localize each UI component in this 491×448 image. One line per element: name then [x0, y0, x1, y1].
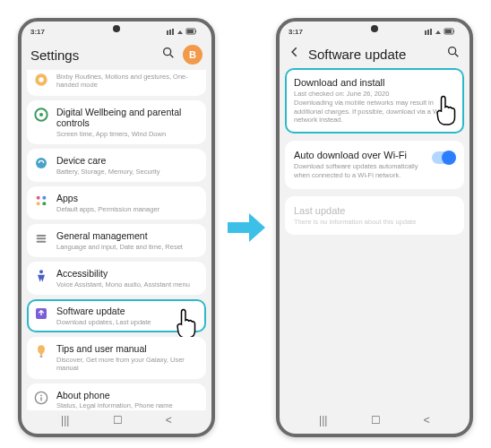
settings-item-accessibility[interactable]: AccessibilityVoice Assistant, Mono audio… — [27, 262, 206, 295]
page-title: Settings — [30, 47, 161, 63]
item-title: Last update — [294, 205, 455, 216]
svg-line-7 — [170, 55, 173, 57]
nav-back[interactable]: < — [166, 414, 172, 426]
svg-point-15 — [37, 202, 40, 206]
svg-rect-31 — [453, 30, 454, 32]
software-update-icon — [34, 306, 48, 321]
svg-point-16 — [42, 202, 46, 206]
settings-item-software-update[interactable]: Software updateDownload updates, Last up… — [27, 299, 206, 332]
item-sub: Discover, Get more from your Galaxy, Use… — [56, 356, 199, 373]
item-sub: Default apps, Permission manager — [56, 205, 199, 213]
svg-point-13 — [37, 196, 40, 200]
last-update-item: Last update There is no information abou… — [285, 196, 464, 236]
svg-rect-2 — [172, 29, 174, 35]
svg-rect-27 — [427, 30, 429, 35]
search-icon[interactable] — [161, 46, 176, 64]
item-sub: Battery, Storage, Memory, Security — [56, 168, 199, 176]
wellbeing-icon — [34, 108, 48, 122]
svg-rect-28 — [430, 29, 432, 35]
status-time: 3:17 — [289, 28, 303, 36]
settings-item-bixby[interactable]: Bixby Routines, Motions and gestures, On… — [27, 70, 206, 96]
svg-rect-18 — [37, 238, 47, 240]
item-title: Accessibility — [56, 268, 199, 280]
nav-recent[interactable]: ||| — [61, 414, 69, 426]
status-icons — [425, 28, 461, 36]
svg-point-24 — [40, 394, 42, 396]
svg-point-20 — [39, 271, 43, 274]
svg-rect-5 — [195, 30, 196, 32]
svg-rect-17 — [37, 235, 47, 237]
about-icon — [34, 391, 48, 405]
settings-item-device-care[interactable]: Device careBattery, Storage, Memory, Sec… — [27, 149, 206, 182]
header: Settings B — [22, 39, 211, 70]
item-sub: Download software updates automatically … — [294, 162, 455, 180]
item-sub: Last checked on: June 26, 2020 Downloadi… — [294, 90, 455, 125]
item-title: About phone — [56, 390, 199, 401]
svg-rect-25 — [40, 397, 41, 401]
device-care-icon — [34, 156, 48, 170]
item-sub: Voice Assistant, Mono audio, Assistant m… — [56, 280, 199, 289]
header: Software update — [280, 39, 469, 68]
transition-arrow-icon — [224, 206, 267, 249]
svg-rect-1 — [169, 30, 171, 35]
svg-point-32 — [449, 47, 456, 55]
search-icon[interactable] — [446, 45, 461, 63]
item-title: Auto download over Wi-Fi — [294, 150, 455, 160]
svg-rect-4 — [187, 30, 194, 33]
item-sub: Language and input, Date and time, Reset — [56, 243, 199, 251]
settings-item-apps[interactable]: AppsDefault apps, Permission manager — [27, 186, 206, 220]
settings-item-wellbeing[interactable]: Digital Wellbeing and parental controlsS… — [27, 100, 206, 145]
bixby-icon — [34, 73, 48, 87]
item-sub: Download updates, Last update — [56, 318, 199, 326]
item-sub: Bixby Routines, Motions and gestures, On… — [56, 73, 199, 90]
item-title: Software update — [56, 306, 199, 317]
svg-rect-0 — [167, 30, 168, 35]
phone-settings: 3:17 Settings B Bixby Routines, Motions … — [18, 18, 215, 437]
status-icons — [167, 28, 202, 36]
download-install-item[interactable]: Download and install Last checked on: Ju… — [285, 68, 464, 134]
svg-rect-19 — [37, 241, 47, 243]
avatar[interactable]: B — [183, 45, 202, 65]
nav-recent[interactable]: ||| — [319, 414, 327, 426]
svg-point-6 — [164, 48, 171, 56]
settings-item-about[interactable]: About phoneStatus, Legal information, Ph… — [27, 383, 206, 411]
item-title: Apps — [56, 193, 199, 204]
settings-item-tips[interactable]: Tips and user manualDiscover, Get more f… — [27, 337, 206, 378]
item-title: Download and install — [294, 77, 455, 88]
nav-home[interactable]: ☐ — [371, 414, 381, 426]
auto-download-toggle[interactable] — [432, 151, 455, 164]
status-time: 3:17 — [30, 28, 45, 36]
item-title: Tips and user manual — [56, 343, 199, 355]
svg-point-14 — [42, 196, 46, 200]
nav-back[interactable]: < — [424, 414, 430, 426]
auto-download-item[interactable]: Auto download over Wi-Fi Download softwa… — [285, 141, 464, 189]
svg-point-12 — [36, 158, 47, 168]
apps-icon — [34, 194, 48, 208]
phone-software-update: 3:17 Software update Download and instal… — [276, 18, 473, 437]
item-sub: Status, Legal information, Phone name — [56, 401, 199, 409]
nav-bar: ||| ☐ < — [280, 410, 469, 430]
nav-bar: ||| ☐ < — [22, 410, 211, 430]
back-icon[interactable] — [289, 46, 301, 62]
svg-rect-30 — [445, 30, 452, 33]
tips-icon — [34, 344, 48, 358]
svg-point-9 — [39, 77, 43, 82]
settings-item-general[interactable]: General managementLanguage and input, Da… — [27, 224, 206, 257]
svg-rect-22 — [40, 356, 43, 357]
svg-rect-26 — [425, 30, 426, 35]
update-list: Download and install Last checked on: Ju… — [280, 68, 469, 409]
item-title: General management — [56, 230, 199, 242]
item-sub: There is no information about this updat… — [294, 218, 455, 227]
camera-notch — [113, 25, 120, 32]
settings-list: Bixby Routines, Motions and gestures, On… — [22, 70, 211, 410]
item-title: Device care — [56, 155, 199, 167]
camera-notch — [371, 25, 378, 32]
general-icon — [34, 231, 48, 246]
accessibility-icon — [34, 269, 48, 283]
svg-line-33 — [455, 54, 458, 56]
page-title: Software update — [308, 47, 446, 62]
item-title: Digital Wellbeing and parental controls — [56, 107, 199, 129]
item-sub: Screen time, App timers, Wind Down — [56, 130, 199, 138]
svg-point-11 — [39, 113, 43, 116]
nav-home[interactable]: ☐ — [113, 414, 123, 426]
